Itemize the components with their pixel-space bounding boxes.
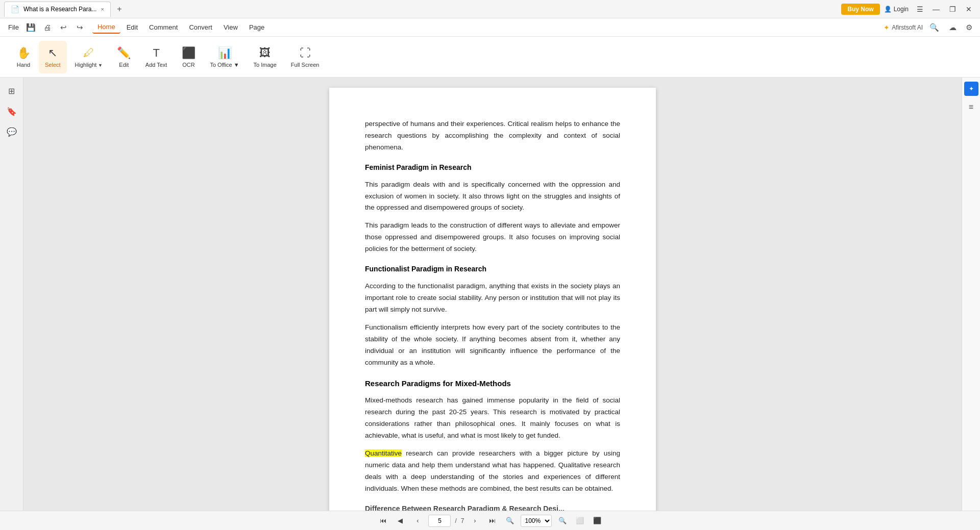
hand-tool[interactable]: ✋ Hand	[10, 41, 37, 73]
section-feminist: Feminist Paradigm in Research This parad…	[365, 162, 620, 255]
close-tab-button[interactable]: ×	[101, 6, 104, 12]
menu-bar: File 💾 🖨 ↩ ↪ Home Edit Comment Convert V…	[0, 18, 980, 37]
section-difference-partial: Difference Between Research Paradigm & R…	[365, 503, 620, 511]
full-screen-tool[interactable]: ⛶ Full Screen	[285, 41, 326, 73]
hamburger-button[interactable]: ☰	[913, 2, 927, 16]
menu-view[interactable]: View	[218, 21, 243, 33]
close-button[interactable]: ✕	[962, 2, 976, 16]
fit-page-button[interactable]: ⬜	[573, 514, 586, 527]
section-mixed-methods: Research Paradigms for Mixed-Methods Mix…	[365, 377, 620, 495]
new-tab-button[interactable]: +	[113, 3, 126, 16]
left-sidebar: ⊞ 🔖 💬	[0, 78, 23, 511]
quick-access: 💾 🖨 ↩ ↪	[24, 20, 87, 35]
main-area: ⊞ 🔖 💬 perspective of humans and their ex…	[0, 78, 980, 511]
select-label: Select	[45, 62, 61, 68]
ocr-tool[interactable]: ⬛ OCR	[175, 41, 202, 73]
para-mixed-2: Quantitative research can provide resear…	[365, 448, 620, 495]
to-office-label: To Office ▼	[210, 62, 239, 68]
highlighted-word: Quantitative	[365, 449, 402, 457]
add-text-tool[interactable]: T Add Text	[139, 41, 174, 73]
edit-icon: ✏️	[117, 46, 131, 60]
fit-width-button[interactable]: ⬛	[591, 514, 604, 527]
zoom-in-button[interactable]: 🔍	[556, 514, 569, 527]
ai-label: Afirstsoft AI	[892, 24, 923, 31]
maximize-button[interactable]: ❐	[945, 2, 960, 16]
file-menu[interactable]: File	[4, 21, 23, 33]
select-tool[interactable]: ↖ Select	[39, 41, 67, 73]
section-intro: perspective of humans and their experien…	[365, 118, 620, 154]
hand-label: Hand	[17, 62, 30, 68]
last-page-button[interactable]: ⏭	[486, 514, 499, 527]
document-area[interactable]: perspective of humans and their experien…	[23, 78, 962, 511]
top-right-icons: ☁ ⚙	[945, 20, 976, 35]
login-area[interactable]: 👤 Login	[884, 6, 909, 13]
edit-label: Edit	[119, 62, 129, 68]
page-number-input[interactable]	[428, 515, 451, 527]
heading-functionalist: Functionalist Paradigm in Research	[365, 263, 620, 275]
user-icon: 👤	[884, 6, 892, 13]
menu-page[interactable]: Page	[244, 21, 270, 33]
undo-button[interactable]: ↩	[57, 20, 71, 35]
minimize-button[interactable]: —	[929, 2, 943, 16]
to-image-tool[interactable]: 🖼 To Image	[248, 41, 283, 73]
highlight-icon: 🖊	[83, 46, 94, 60]
ai-assist-button[interactable]: ✦	[964, 82, 978, 96]
prev-button-2[interactable]: ‹	[411, 514, 424, 527]
prev-page-button[interactable]: ◀	[394, 514, 407, 527]
menu-comment[interactable]: Comment	[144, 21, 183, 33]
add-text-icon: T	[153, 46, 159, 60]
menu-right-area: ✦ Afirstsoft AI 🔍 ☁ ⚙	[884, 20, 976, 35]
sidebar-pages-icon[interactable]: ⊞	[3, 82, 21, 100]
hand-icon: ✋	[17, 46, 31, 60]
add-text-label: Add Text	[145, 62, 167, 68]
title-bar: 📄 What is a Research Para... × + Buy Now…	[0, 0, 980, 18]
menu-home[interactable]: Home	[92, 21, 120, 34]
document-page: perspective of humans and their experien…	[329, 88, 656, 511]
to-image-label: To Image	[254, 62, 277, 68]
bottom-bar: ⏮ ◀ ‹ / 7 › ⏭ 🔍 100% 75% 125% 150% 🔍 ⬜ ⬛	[0, 511, 980, 530]
para-mixed-2-rest: research can provide researchers with a …	[365, 449, 620, 492]
para-feminist-1: This paradigm deals with and is specific…	[365, 179, 620, 214]
to-image-icon: 🖼	[259, 46, 271, 60]
ai-button[interactable]: ✦ Afirstsoft AI	[884, 23, 923, 32]
menu-convert[interactable]: Convert	[184, 21, 217, 33]
para-functionalist-1: According to the functionalist paradigm,…	[365, 281, 620, 316]
para-intro: perspective of humans and their experien…	[365, 118, 620, 154]
buy-now-button[interactable]: Buy Now	[841, 4, 879, 15]
right-sidebar-icon[interactable]: ≡	[962, 98, 981, 116]
page-total-slash: /	[455, 517, 456, 524]
ai-star-icon: ✦	[884, 23, 890, 32]
edit-tool[interactable]: ✏️ Edit	[111, 41, 137, 73]
settings-icon[interactable]: ⚙	[962, 20, 976, 35]
tab-area: 📄 What is a Research Para... × +	[4, 2, 841, 17]
redo-button[interactable]: ↪	[73, 20, 87, 35]
highlight-tool[interactable]: 🖊 Highlight ▼	[69, 41, 109, 73]
cloud-icon[interactable]: ☁	[945, 20, 960, 35]
sidebar-bookmarks-icon[interactable]: 🔖	[3, 102, 21, 120]
heading-feminist: Feminist Paradigm in Research	[365, 162, 620, 174]
menu-edit[interactable]: Edit	[121, 21, 143, 33]
ocr-icon: ⬛	[182, 46, 195, 60]
file-menu-label: File	[8, 23, 19, 31]
zoom-select[interactable]: 100% 75% 125% 150%	[521, 515, 552, 527]
first-page-button[interactable]: ⏮	[376, 514, 389, 527]
print-button[interactable]: 🖨	[40, 20, 55, 35]
login-label: Login	[894, 6, 909, 13]
search-button[interactable]: 🔍	[927, 20, 941, 35]
zoom-out-button[interactable]: 🔍	[503, 514, 517, 527]
full-screen-label: Full Screen	[291, 62, 320, 68]
heading-difference-partial: Difference Between Research Paradigm & R…	[365, 503, 620, 511]
next-button[interactable]: ›	[469, 514, 482, 527]
para-mixed-1: Mixed-methods research has gained immens…	[365, 395, 620, 442]
active-tab[interactable]: 📄 What is a Research Para... ×	[4, 2, 111, 17]
highlight-label: Highlight ▼	[75, 62, 103, 68]
toolbar: ✋ Hand ↖ Select 🖊 Highlight ▼ ✏️ Edit T …	[0, 37, 980, 78]
heading-mixed-methods: Research Paradigms for Mixed-Methods	[365, 377, 620, 390]
right-sidebar: ✦ ≡	[962, 78, 980, 511]
to-office-tool[interactable]: 📊 To Office ▼	[204, 41, 245, 73]
full-screen-icon: ⛶	[300, 46, 311, 60]
tab-title: What is a Research Para...	[23, 6, 96, 13]
sidebar-comments-icon[interactable]: 💬	[3, 122, 21, 141]
pdf-icon: 📄	[11, 5, 19, 13]
save-button[interactable]: 💾	[24, 20, 38, 35]
